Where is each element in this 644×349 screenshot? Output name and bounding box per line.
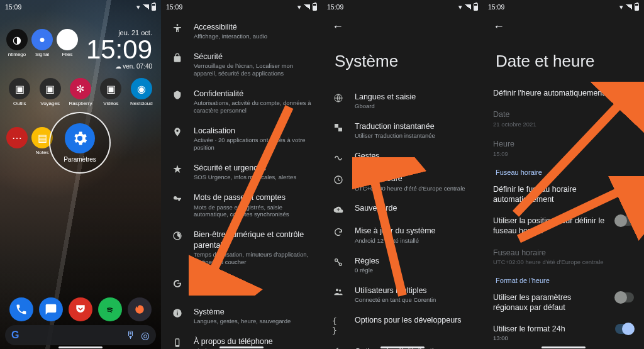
tz-row: Fuseau horaireUTC+02:00 heure d'été d'Eu… bbox=[483, 242, 644, 272]
dock-app-chat[interactable] bbox=[39, 297, 63, 321]
item-sub: Connecté en tant que Corentin bbox=[355, 296, 473, 304]
status-clock: 15:09 bbox=[5, 3, 21, 11]
wifi-icon: ▾ bbox=[458, 3, 462, 11]
item-title: Confidentialité bbox=[194, 89, 312, 99]
system-item-clock[interactable]: Date et heureUTC+02:00 heure d'été d'Eur… bbox=[322, 168, 483, 197]
date-value: 21 octobre 2021 bbox=[493, 121, 634, 128]
settings-item-key[interactable]: Mots de passe et comptesMots de passe en… bbox=[161, 187, 322, 224]
date-row: Date21 octobre 2021 bbox=[483, 104, 644, 133]
item-title: Date et heure bbox=[355, 174, 473, 184]
rules-icon bbox=[332, 257, 345, 267]
time-label: Heure bbox=[493, 139, 634, 149]
use-location-row[interactable]: Utiliser la position pour définir le fus… bbox=[483, 210, 644, 242]
nav-bar[interactable] bbox=[322, 346, 483, 349]
settings-item-accessibility[interactable]: AccessibilitéAffichage, interaction, aud… bbox=[161, 16, 322, 46]
battery-icon bbox=[474, 3, 478, 11]
dock-app-spot[interactable] bbox=[98, 297, 122, 321]
app-label: Signal bbox=[35, 52, 49, 57]
mic-icon[interactable]: 🎙 bbox=[126, 330, 136, 341]
settings-item-info[interactable]: SystèmeLangues, gestes, heure, sauvegard… bbox=[161, 301, 322, 331]
app-Raspberry[interactable]: ✼Raspberry bbox=[67, 78, 94, 106]
system-item-rules[interactable]: Règles0 règle bbox=[322, 250, 483, 280]
app-ntimego[interactable]: ◑ntimego bbox=[6, 29, 28, 57]
nav-bar[interactable] bbox=[483, 346, 644, 349]
use-location-toggle[interactable] bbox=[615, 216, 634, 226]
app-Files[interactable]: ▦Files bbox=[57, 29, 78, 57]
settings-item-shield[interactable]: ConfidentialitéAutorisations, activité d… bbox=[161, 83, 322, 120]
app-Vidéos[interactable]: ▣Vidéos bbox=[97, 78, 124, 106]
app-Outils[interactable]: ▣Outils bbox=[6, 78, 33, 106]
auto-tz-label: Définir le fuseau horaire automatiquemen… bbox=[493, 184, 605, 205]
system-item-gesture[interactable]: Gestes bbox=[322, 145, 483, 168]
settings-item-google[interactable]: GoogleServices et préférences bbox=[161, 272, 322, 301]
app-icon: ◑ bbox=[6, 29, 28, 50]
google-search-bar[interactable]: G 🎙 ◎ bbox=[5, 325, 156, 345]
lens-icon[interactable]: ◎ bbox=[141, 330, 150, 341]
datetime-list: Définir l'heure automatiquement Date21 o… bbox=[483, 82, 644, 348]
auto-time-toggle[interactable] bbox=[615, 88, 634, 98]
wifi-icon: ▾ bbox=[619, 3, 623, 11]
system-item-users[interactable]: Utilisateurs multiplesConnecté en tant q… bbox=[322, 280, 483, 309]
nav-bar[interactable] bbox=[161, 346, 322, 349]
date-label: Date bbox=[493, 109, 634, 119]
back-row: ← bbox=[483, 13, 644, 40]
clock-sub: ☁ ven. 07:40 bbox=[86, 63, 152, 70]
tz-label: Fuseau horaire bbox=[493, 248, 634, 258]
item-title: Sauvegarde bbox=[355, 203, 473, 213]
auto-time-row[interactable]: Définir l'heure automatiquement bbox=[483, 82, 644, 104]
use-24h-row[interactable]: Utiliser le format 24h13:00 bbox=[483, 318, 644, 348]
status-bar: 15:09 ▾ bbox=[0, 0, 161, 13]
use-regional-label: Utiliser les paramètres régionaux par dé… bbox=[493, 292, 605, 313]
dock-app-call[interactable] bbox=[9, 297, 33, 321]
star-icon bbox=[171, 164, 184, 174]
time-row: Heure15:09 bbox=[483, 133, 644, 163]
settings-item-lock[interactable]: SécuritéVerrouillage de l'écran, Localis… bbox=[161, 46, 322, 83]
wellbeing-icon bbox=[171, 231, 184, 241]
settings-app-label: Paramètres bbox=[64, 156, 96, 163]
backup-icon bbox=[332, 204, 345, 214]
system-item-backup[interactable]: Sauvegarde bbox=[322, 197, 483, 220]
app-icon: ▣ bbox=[100, 78, 121, 99]
use-24h-toggle[interactable] bbox=[615, 324, 634, 334]
system-item-globe[interactable]: Langues et saisieGboard bbox=[322, 86, 483, 116]
back-icon[interactable]: ← bbox=[493, 20, 504, 33]
system-item-braces[interactable]: { }Options pour les développeurs bbox=[322, 309, 483, 341]
settings-item-wellbeing[interactable]: Bien-être numérique et contrôle parental… bbox=[161, 224, 322, 271]
app-Voyages[interactable]: ▣Voyages bbox=[36, 78, 63, 106]
app-label: Raspberry bbox=[69, 101, 92, 106]
system-item-translate[interactable]: Traduction instantanéeUtiliser Traductio… bbox=[322, 116, 483, 145]
use-24h-sub: 13:00 bbox=[493, 335, 605, 342]
auto-tz-row[interactable]: Définir le fuseau horaire automatiquemen… bbox=[483, 179, 644, 211]
status-clock: 15:09 bbox=[488, 3, 504, 11]
item-sub: 0 règle bbox=[355, 267, 473, 274]
item-title: Localisation bbox=[194, 126, 312, 136]
app-label: Vidéos bbox=[103, 101, 118, 106]
item-sub: Services et préférences bbox=[194, 288, 312, 296]
app-icon: ▦ bbox=[57, 29, 78, 50]
settings-item-star[interactable]: Sécurité et urgencesSOS Urgence, infos m… bbox=[161, 157, 322, 187]
signal-icon bbox=[626, 4, 632, 9]
app-label: Notes bbox=[36, 150, 49, 155]
svg-rect-5 bbox=[177, 312, 177, 315]
use-regional-row[interactable]: Utiliser les paramètres régionaux par dé… bbox=[483, 287, 644, 319]
back-icon[interactable]: ← bbox=[332, 20, 343, 33]
dock-app-fox[interactable] bbox=[128, 297, 152, 321]
users-icon bbox=[332, 287, 345, 297]
settings-app-highlight[interactable]: Paramètres bbox=[49, 112, 111, 174]
app-Signal[interactable]: ●Signal bbox=[31, 29, 53, 57]
gesture-icon bbox=[332, 152, 345, 162]
use-regional-toggle[interactable] bbox=[615, 292, 634, 302]
page-title: Système bbox=[322, 40, 483, 86]
item-title: Sécurité bbox=[194, 52, 312, 62]
nav-bar[interactable] bbox=[0, 346, 161, 349]
app-icon[interactable]: ⋯ bbox=[6, 127, 28, 155]
settings-item-pin[interactable]: LocalisationActivée · 20 applications on… bbox=[161, 120, 322, 157]
key-icon bbox=[171, 194, 184, 204]
clock-icon bbox=[332, 175, 345, 185]
dock-app-pocket[interactable] bbox=[69, 297, 92, 321]
system-item-update[interactable]: Mise à jour du systèmeAndroid 12 a été i… bbox=[322, 220, 483, 250]
auto-tz-toggle[interactable] bbox=[615, 184, 634, 194]
item-sub: Mots de passe enregistrés, saisie automa… bbox=[194, 204, 312, 219]
item-title: Sécurité et urgences bbox=[194, 163, 312, 173]
app-Nextcloud[interactable]: ◉Nextcloud bbox=[128, 78, 155, 106]
